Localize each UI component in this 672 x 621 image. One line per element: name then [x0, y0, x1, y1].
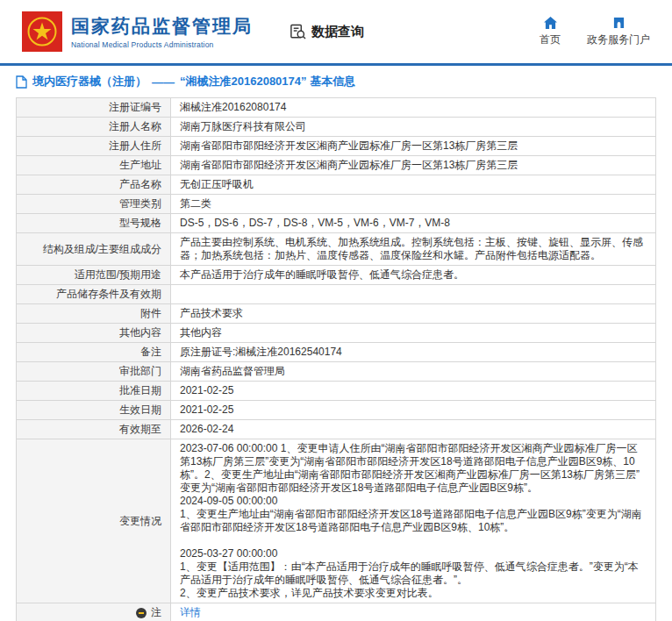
brand-text: 国家药品监督管理局 National Medical Products Admi…	[71, 14, 253, 49]
note-icon	[136, 608, 147, 618]
row-label: 批准日期	[17, 382, 171, 400]
top-links: 首页 政务服务门户	[540, 17, 650, 47]
row-label: 产品储存条件及有效期	[17, 285, 171, 303]
row-label: 有效期至	[17, 420, 171, 439]
table-row-management-class: 管理类别 第二类	[17, 195, 655, 214]
row-value: 湖南万脉医疗科技有限公司	[171, 118, 655, 136]
row-label: 备注	[17, 343, 171, 361]
row-label-text: 注	[151, 606, 161, 619]
table-row-other-content: 其他内容 其他内容	[17, 324, 655, 343]
table-row-intended-use: 适用范围/预期用途 本产品适用于治疗成年的睡眠呼吸暂停、低通气综合症患者。	[17, 266, 655, 285]
row-value: 湘械注准20162080174	[171, 98, 655, 117]
row-value: 产品主要由控制系统、电机系统、加热系统组成。控制系统包括：主板、按键、旋钮、显示…	[171, 233, 655, 265]
table-row-attachment: 附件 产品技术要求	[17, 304, 655, 324]
table-row-note: 注 详情	[17, 603, 655, 621]
row-value: 无创正压呼吸机	[171, 175, 655, 194]
row-label: 注册人住所	[17, 137, 171, 155]
portal-label: 政务服务门户	[587, 32, 650, 47]
table-row-structure-composition: 结构及组成/主要组成成分 产品主要由控制系统、电机系统、加热系统组成。控制系统包…	[17, 233, 655, 266]
row-value: 第二类	[171, 195, 655, 213]
row-value: 2021-02-25	[171, 382, 655, 400]
table-row-effective-date: 生效日期 2021-02-25	[17, 401, 655, 420]
row-value: 2026-02-24	[171, 420, 655, 439]
row-label: 管理类别	[17, 195, 171, 213]
home-icon	[544, 17, 557, 29]
row-value: 本产品适用于治疗成年的睡眠呼吸暂停、低通气综合症患者。	[171, 266, 655, 284]
nav-home[interactable]: 首页	[540, 17, 561, 47]
site-title: 国家药品监督管理局	[71, 14, 253, 39]
page: 国家药品监督管理局 National Medical Products Admi…	[0, 0, 672, 621]
row-value: 原注册证号:湘械注准20162540174	[171, 343, 655, 361]
row-value	[171, 285, 655, 303]
table-row-approval-date: 批准日期 2021-02-25	[17, 382, 655, 401]
breadcrumb-dash: ——	[152, 75, 175, 89]
table-row-product-name: 产品名称 无创正压呼吸机	[17, 175, 655, 195]
table-row-registrant-name: 注册人名称 湖南万脉医疗科技有限公司	[17, 118, 655, 137]
site-subtitle: National Medical Products Administration	[71, 40, 253, 49]
breadcrumb-current: “湘械注准20162080174” 基本信息	[180, 74, 355, 89]
row-value: 详情	[171, 603, 655, 621]
row-label: 产品名称	[17, 175, 171, 194]
table-row-production-address: 生产地址 湖南省邵阳市邵阳经济开发区湘商产业园标准厂房一区第13栋厂房第三层	[17, 156, 655, 175]
row-value: DS-5，DS-6，DS-7，DS-8，VM-5，VM-6，VM-7，VM-8	[171, 214, 655, 232]
row-label: 注册人名称	[17, 118, 171, 136]
row-label: 型号规格	[17, 214, 171, 232]
table-row-registrant-address: 注册人住所 湖南省邵阳市邵阳经济开发区湘商产业园标准厂房一区第13栋厂房第三层	[17, 137, 655, 156]
nav-data-query[interactable]: 数据查询	[290, 24, 364, 40]
table-row-model-spec: 型号规格 DS-5，DS-6，DS-7，DS-8，VM-5，VM-6，VM-7，…	[17, 214, 655, 233]
row-label: 注册证编号	[17, 98, 171, 117]
row-label: 附件	[17, 304, 171, 323]
data-query-label: 数据查询	[311, 24, 364, 40]
table-row-reg-number: 注册证编号 湘械注准20162080174	[17, 98, 655, 118]
row-value: 2023-07-06 00:00:00 1、变更申请人住所由“湖南省邵阳市邵阳经…	[171, 439, 655, 603]
row-label: 审批部门	[17, 362, 171, 381]
row-label: 生效日期	[17, 401, 171, 419]
row-label: 变更情况	[17, 439, 171, 603]
home-label: 首页	[540, 32, 561, 47]
table-row-storage-conditions: 产品储存条件及有效期	[17, 285, 655, 304]
row-label: 其他内容	[17, 324, 171, 342]
table-row-change-history: 变更情况 2023-07-06 00:00:00 1、变更申请人住所由“湖南省邵…	[17, 439, 655, 603]
row-value: 湖南省药品监督管理局	[171, 362, 655, 381]
row-label: 生产地址	[17, 156, 171, 175]
row-value: 2021-02-25	[171, 401, 655, 419]
table-row-remarks: 备注 原注册证号:湘械注准20162540174	[17, 343, 655, 362]
breadcrumb-section[interactable]: 境内医疗器械（注册）	[32, 74, 147, 89]
row-value: 其他内容	[171, 324, 655, 342]
row-value: 湖南省邵阳市邵阳经济开发区湘商产业园标准厂房一区第13栋厂房第三层	[171, 156, 655, 175]
brand[interactable]: 国家药品监督管理局 National Medical Products Admi…	[22, 11, 253, 52]
data-query-icon	[290, 24, 306, 40]
row-value: 产品技术要求	[171, 304, 655, 323]
row-label: 结构及组成/主要组成成分	[17, 233, 171, 265]
site-header: 国家药品监督管理局 National Medical Products Admi…	[0, 0, 672, 63]
document-icon	[16, 75, 27, 89]
portal-icon	[612, 17, 626, 29]
details-link[interactable]: 详情	[180, 606, 201, 619]
row-value: 湖南省邵阳市邵阳经济开发区湘商产业园标准厂房一区第13栋厂房第三层	[171, 137, 655, 155]
row-label: 适用范围/预期用途	[17, 266, 171, 284]
info-table: 注册证编号 湘械注准20162080174 注册人名称 湖南万脉医疗科技有限公司…	[16, 97, 656, 621]
national-emblem-logo	[22, 11, 62, 52]
table-row-approval-department: 审批部门 湖南省药品监督管理局	[17, 362, 655, 382]
nav-portal[interactable]: 政务服务门户	[587, 17, 650, 47]
row-label: 注	[17, 603, 171, 621]
breadcrumb: 境内医疗器械（注册） —— “湘械注准20162080174” 基本信息	[0, 66, 672, 96]
table-row-expiry-date: 有效期至 2026-02-24	[17, 420, 655, 439]
